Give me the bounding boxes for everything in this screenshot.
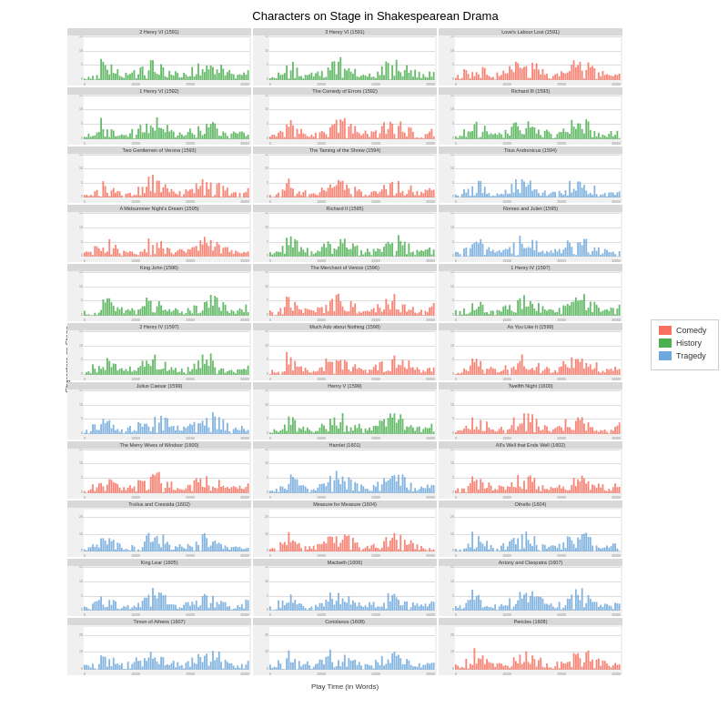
- svg-rect-2039: [350, 550, 352, 552]
- svg-rect-1615: [486, 421, 488, 434]
- svg-rect-802: [274, 254, 276, 258]
- svg-rect-2591: [520, 655, 521, 670]
- svg-rect-395: [425, 134, 427, 138]
- svg-rect-1158: [533, 308, 535, 316]
- svg-rect-478: [616, 131, 618, 139]
- svg-rect-410: [476, 122, 478, 139]
- svg-rect-2288: [369, 602, 370, 611]
- svg-rect-2253: [297, 605, 298, 612]
- svg-rect-1977: [202, 534, 204, 552]
- svg-rect-2552: [419, 663, 420, 670]
- svg-rect-978: [121, 308, 123, 316]
- plot-cell: Troilus and Cressida (1602)0102001000020…: [67, 500, 251, 558]
- svg-rect-835: [342, 244, 344, 258]
- svg-rect-1784: [319, 484, 321, 493]
- svg-rect-897: [490, 251, 492, 257]
- svg-rect-1526: [282, 430, 284, 434]
- svg-rect-1622: [500, 427, 502, 434]
- svg-rect-1642: [542, 430, 544, 434]
- bars-svg: [269, 627, 435, 670]
- svg-rect-1558: [348, 431, 349, 434]
- svg-rect-961: [86, 315, 87, 316]
- svg-rect-1785: [321, 483, 323, 492]
- svg-rect-1811: [375, 486, 377, 492]
- svg-rect-442: [542, 137, 544, 139]
- svg-rect-427: [511, 126, 512, 139]
- svg-rect-457: [573, 126, 575, 139]
- bars-svg: [269, 332, 435, 375]
- svg-rect-1371: [478, 367, 480, 375]
- svg-rect-516: [158, 180, 160, 197]
- svg-rect-746: [137, 256, 139, 257]
- svg-rect-1545: [321, 424, 323, 434]
- svg-rect-303: [214, 124, 216, 139]
- svg-rect-1670: [600, 430, 602, 434]
- svg-rect-741: [127, 253, 129, 257]
- svg-rect-1191: [602, 311, 604, 316]
- svg-rect-2375: [569, 599, 571, 611]
- svg-rect-0: [84, 78, 86, 80]
- svg-rect-856: [385, 244, 387, 257]
- svg-rect-776: [199, 241, 201, 258]
- svg-rect-1276: [241, 369, 243, 375]
- svg-rect-1330: [373, 367, 375, 375]
- svg-rect-95: [300, 76, 302, 79]
- svg-rect-467: [593, 131, 595, 139]
- svg-rect-494: [113, 187, 115, 197]
- svg-rect-2234: [237, 605, 238, 611]
- svg-rect-1934: [113, 540, 115, 552]
- svg-rect-1474: [154, 417, 156, 434]
- svg-rect-1028: [225, 305, 227, 316]
- svg-rect-876: [427, 249, 429, 257]
- svg-rect-2452: [191, 658, 193, 670]
- svg-rect-812: [294, 239, 296, 257]
- svg-rect-350: [331, 125, 333, 139]
- svg-rect-122: [357, 76, 359, 80]
- svg-rect-1772: [294, 479, 296, 492]
- svg-rect-160: [455, 78, 457, 80]
- svg-rect-2542: [398, 655, 399, 670]
- svg-rect-997: [160, 306, 162, 316]
- svg-rect-2554: [422, 665, 424, 670]
- svg-rect-209: [556, 74, 558, 80]
- svg-rect-266: [137, 128, 139, 138]
- svg-rect-535: [197, 188, 199, 197]
- svg-rect-2220: [208, 608, 210, 611]
- svg-rect-826: [323, 244, 325, 257]
- svg-rect-2605: [548, 668, 550, 670]
- svg-rect-2059: [391, 537, 393, 551]
- svg-rect-2496: [302, 664, 304, 670]
- svg-rect-2089: [473, 549, 475, 552]
- svg-rect-1946: [137, 549, 139, 551]
- svg-rect-811: [292, 248, 294, 257]
- plot-content: 0510150100002000030000: [269, 96, 435, 139]
- svg-rect-1458: [121, 430, 123, 434]
- svg-rect-2071: [417, 544, 419, 552]
- svg-rect-133: [379, 75, 381, 79]
- svg-rect-2254: [298, 603, 300, 611]
- svg-rect-1331: [375, 365, 377, 375]
- svg-rect-994: [154, 313, 156, 316]
- svg-rect-1137: [490, 311, 492, 316]
- svg-rect-1094: [381, 312, 383, 316]
- svg-rect-1329: [370, 370, 372, 375]
- svg-rect-1327: [367, 373, 369, 375]
- svg-rect-1636: [530, 422, 531, 434]
- bars-svg: [84, 510, 249, 552]
- svg-rect-2600: [538, 660, 540, 669]
- svg-rect-1686: [96, 487, 98, 492]
- svg-rect-928: [554, 249, 556, 257]
- svg-rect-223: [585, 70, 587, 80]
- svg-rect-1546: [323, 425, 325, 433]
- svg-rect-980: [126, 310, 127, 316]
- svg-rect-2500: [311, 669, 313, 670]
- svg-rect-940: [580, 243, 581, 258]
- svg-rect-998: [162, 310, 164, 316]
- svg-rect-1972: [191, 546, 193, 551]
- svg-rect-1860: [497, 490, 499, 493]
- svg-rect-895: [486, 250, 488, 258]
- svg-rect-1901: [581, 475, 583, 492]
- svg-rect-298: [204, 134, 206, 139]
- svg-rect-1153: [523, 296, 525, 316]
- svg-rect-627: [408, 189, 410, 197]
